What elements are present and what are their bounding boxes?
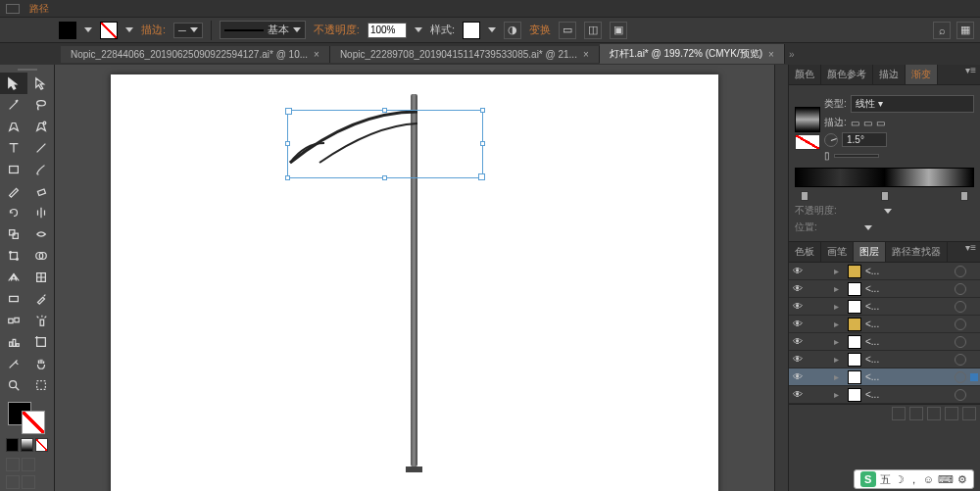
ime-mode[interactable]: 五 xyxy=(880,472,891,487)
free-transform-tool[interactable] xyxy=(0,245,27,267)
target-icon[interactable] xyxy=(955,371,966,383)
visibility-icon[interactable]: 👁 xyxy=(791,319,805,329)
layer-name[interactable]: <... xyxy=(865,389,951,400)
visibility-icon[interactable]: 👁 xyxy=(791,389,805,400)
ime-moon-icon[interactable]: ☽ xyxy=(895,473,905,486)
visibility-icon[interactable]: 👁 xyxy=(791,354,805,365)
document-tab[interactable]: Nopic_22844066_20190625090922594127.ai* … xyxy=(61,46,330,63)
target-icon[interactable] xyxy=(955,389,966,401)
disclosure-icon[interactable]: ▸ xyxy=(834,336,844,347)
canvas-viewport[interactable] xyxy=(55,65,774,491)
zoom-tool[interactable] xyxy=(0,374,27,396)
gradient-tool[interactable] xyxy=(0,288,27,310)
selection-bounding-box[interactable] xyxy=(287,110,483,178)
tab-brushes[interactable]: 画笔 xyxy=(821,242,854,262)
target-icon[interactable] xyxy=(955,266,966,277)
delete-layer-icon[interactable] xyxy=(962,407,976,420)
disclosure-icon[interactable]: ▸ xyxy=(834,319,844,329)
target-icon[interactable] xyxy=(955,354,966,366)
visibility-icon[interactable]: 👁 xyxy=(791,336,805,347)
screen-mode-buttons[interactable] xyxy=(6,458,48,471)
align-icon[interactable]: ▭ xyxy=(559,22,576,39)
panel-menu-icon[interactable]: ▾≡ xyxy=(961,65,980,84)
layer-name[interactable]: <... xyxy=(865,371,951,382)
right-dock-strip[interactable] xyxy=(774,65,788,491)
eraser-tool[interactable] xyxy=(27,180,55,202)
shape-builder-tool[interactable] xyxy=(27,245,55,267)
layer-row[interactable]: 👁▸<... xyxy=(789,368,980,386)
target-icon[interactable] xyxy=(955,336,966,348)
tab-pathfinder[interactable]: 路径查找器 xyxy=(886,242,948,262)
recolor-icon[interactable]: ◑ xyxy=(504,22,521,39)
layer-row[interactable]: 👁▸<... xyxy=(789,386,980,404)
selection-tool[interactable] xyxy=(0,73,27,94)
column-graph-tool[interactable] xyxy=(0,331,27,353)
new-sublayer-icon[interactable] xyxy=(927,407,941,420)
layer-name[interactable]: <... xyxy=(865,301,951,312)
mesh-tool[interactable] xyxy=(27,267,55,288)
close-icon[interactable]: × xyxy=(314,49,319,60)
layer-row[interactable]: 👁▸<... xyxy=(789,298,980,316)
ime-keyboard-icon[interactable]: ⌨ xyxy=(938,473,954,486)
fill-swatch[interactable] xyxy=(59,22,76,39)
artboard-tool[interactable] xyxy=(27,331,55,353)
locate-object-icon[interactable] xyxy=(892,407,906,420)
panel-collapse-icon[interactable] xyxy=(6,4,20,14)
visibility-icon[interactable]: 👁 xyxy=(791,266,805,276)
new-layer-icon[interactable] xyxy=(945,407,958,420)
layer-row[interactable]: 👁▸<... xyxy=(789,333,980,351)
ime-toolbar[interactable]: S 五 ☽ ， ☺ ⌨ ⚙ xyxy=(854,469,974,489)
layer-row[interactable]: 👁▸<... xyxy=(789,263,980,280)
target-icon[interactable] xyxy=(955,301,966,313)
layer-row[interactable]: 👁▸<... xyxy=(789,316,980,333)
gradient-ramp[interactable] xyxy=(795,168,974,187)
symbol-sprayer-tool[interactable] xyxy=(27,310,55,331)
magic-wand-tool[interactable] xyxy=(0,94,27,116)
ime-settings-icon[interactable]: ⚙ xyxy=(957,473,967,486)
layer-name[interactable]: <... xyxy=(865,354,951,365)
isolate-icon[interactable]: ▣ xyxy=(610,22,627,39)
document-tab[interactable]: 灯杆1.ai* @ 199.72% (CMYK/预览)× xyxy=(600,44,785,64)
artboard[interactable] xyxy=(111,74,718,491)
opacity-input[interactable] xyxy=(368,23,407,38)
blend-tool[interactable] xyxy=(0,310,27,331)
color-mode-swatches[interactable] xyxy=(6,438,48,452)
layer-name[interactable]: <... xyxy=(865,266,951,276)
visibility-icon[interactable]: 👁 xyxy=(791,371,805,382)
lasso-tool[interactable] xyxy=(27,94,55,116)
width-tool[interactable] xyxy=(27,223,55,245)
tab-swatches[interactable]: 色板 xyxy=(789,242,821,262)
type-tool[interactable] xyxy=(0,137,27,159)
hand-tool[interactable] xyxy=(27,353,55,374)
gradient-none-icon[interactable] xyxy=(795,134,820,150)
stroke-grad-2-icon[interactable]: ▭ xyxy=(863,118,872,128)
document-tab[interactable]: Nopic_22289708_20190415114739533085.ai* … xyxy=(330,46,600,63)
gradient-type-select[interactable]: 线性 ▾ xyxy=(851,95,974,113)
graphic-style-swatch[interactable] xyxy=(463,22,480,39)
full-screen-icon[interactable] xyxy=(22,458,35,471)
disclosure-icon[interactable]: ▸ xyxy=(834,283,844,294)
curvature-tool[interactable] xyxy=(27,116,55,137)
tab-gradient[interactable]: 渐变 xyxy=(906,65,938,84)
draw-behind-icon[interactable] xyxy=(22,475,35,489)
layer-name[interactable]: <... xyxy=(865,336,951,347)
perspective-grid-tool[interactable] xyxy=(0,267,27,288)
stroke-grad-1-icon[interactable]: ▭ xyxy=(851,118,859,128)
tab-color[interactable]: 颜色 xyxy=(789,65,821,84)
target-icon[interactable] xyxy=(955,283,966,295)
direct-selection-tool[interactable] xyxy=(27,73,55,94)
search-icon[interactable]: ⌕ xyxy=(933,22,951,39)
slice-tool[interactable] xyxy=(0,353,27,374)
brush-select[interactable]: 基本 xyxy=(220,21,306,39)
transform-link[interactable]: 变换 xyxy=(529,23,551,37)
paintbrush-tool[interactable] xyxy=(27,159,55,180)
reflect-tool[interactable] xyxy=(27,202,55,223)
gradient-stops[interactable] xyxy=(795,191,974,201)
normal-screen-icon[interactable] xyxy=(6,458,20,471)
rotate-tool[interactable] xyxy=(0,202,27,223)
gradient-color-icon[interactable] xyxy=(21,438,33,452)
disclosure-icon[interactable]: ▸ xyxy=(834,354,844,365)
print-tiling-tool[interactable] xyxy=(27,374,55,396)
tab-overflow-icon[interactable]: » xyxy=(789,49,795,60)
aspect-input[interactable] xyxy=(834,154,879,158)
